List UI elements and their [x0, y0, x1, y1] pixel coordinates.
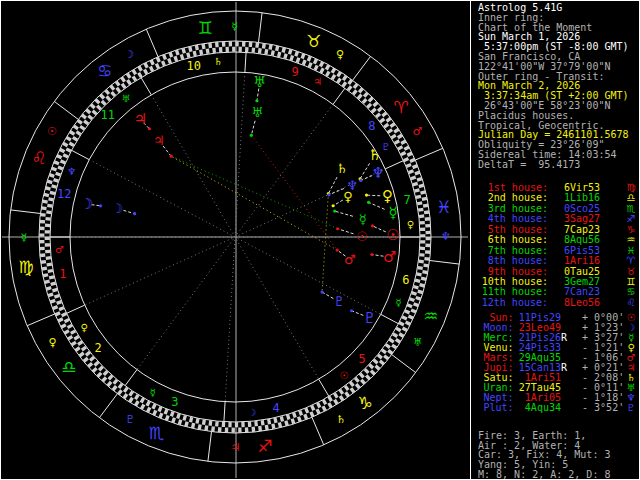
sign-leo-glyph: ♌	[32, 148, 47, 168]
sign-boundary-line	[392, 355, 416, 373]
house-12-number: 12	[57, 187, 71, 201]
sign-boundary-line	[99, 394, 117, 418]
mars-pointer-outer	[372, 255, 384, 257]
house-band-cusp-line	[319, 379, 329, 396]
mars-glyph-outer: ♂	[383, 248, 396, 266]
venus-glyph-outer: ♀	[382, 187, 393, 205]
sign-boundary-line	[312, 417, 324, 445]
sign-cancer-ruler-icon: ☽	[124, 48, 134, 61]
aspect-line-uranus-mars	[251, 135, 337, 250]
house-8-number: 8	[368, 119, 375, 133]
house-12-ruler-icon: ♆	[67, 166, 76, 177]
neptune-pointer-inner	[329, 189, 344, 195]
sign-scorpio-glyph: ♏	[149, 423, 164, 443]
house-6-ruler-icon: ☿	[395, 297, 401, 308]
sun-position-dot-outer	[371, 224, 374, 227]
mercury-position-dot	[333, 210, 336, 213]
astrolog-window: { "palette": { "white":"#ffffff", "gray"…	[0, 0, 640, 480]
house-10-number: 10	[187, 59, 201, 73]
sign-libra-ruler-icon: ♀	[48, 336, 56, 349]
house-7-ruler-icon: ♀	[407, 219, 414, 230]
house-11-number: 11	[101, 108, 115, 122]
sign-sagittarius-ruler-icon: ♃	[230, 441, 240, 454]
sign-scorpio-ruler-icon: ♇	[125, 413, 135, 426]
house-5-number: 5	[359, 352, 366, 366]
planet-icon: ♇	[624, 403, 638, 413]
house-5-ruler-icon: ☉	[340, 370, 349, 381]
house-7-number: 7	[403, 193, 410, 207]
sun-position-dot	[336, 227, 339, 230]
house-band-cusp-line	[245, 52, 246, 72]
sign-aquarius-glyph: ♒	[423, 306, 438, 326]
sign-boundary-line	[208, 432, 212, 462]
moon-glyph-inner: ☽	[112, 201, 124, 216]
house-band-cusp-line	[72, 150, 90, 159]
saturn-glyph-outer: ♄	[368, 146, 381, 164]
house-4-number: 4	[273, 401, 280, 415]
neptune-position-dot	[327, 193, 330, 196]
house-1-number: 1	[59, 267, 66, 281]
sign-boundary-line	[258, 13, 262, 43]
mercury-glyph-inner: ☿	[359, 212, 367, 227]
sign-leo-ruler-icon: ☉	[47, 125, 57, 138]
sign-boundary-line	[415, 148, 443, 160]
neptune-glyph-outer: ♆	[372, 164, 385, 182]
neptune-pointer-outer	[361, 176, 372, 181]
house-band-cusp-line	[67, 305, 85, 313]
jupiter-position-dot-outer	[148, 127, 151, 130]
house-10-ruler-icon: ♄	[214, 56, 223, 67]
mercury-pointer-inner	[335, 211, 353, 216]
uranus-glyph-outer: ♅	[253, 73, 266, 91]
house-2-ruler-icon: ♀	[80, 322, 87, 333]
mercury-position-dot-outer	[367, 201, 370, 204]
wheel-svg: ♈♂♉♀♊☿♋☽♌☉♍☿♎♀♏♇♐♃♑♄♒♅♓♆1♂2♀3☿4☽5☉6☿7♀8♇…	[0, 0, 470, 480]
sign-boundary-line	[11, 210, 41, 214]
house-4-ruler-icon: ☽	[247, 407, 256, 418]
pluto-glyph-outer: ♇	[363, 309, 376, 327]
house-sign-icon: ♌	[624, 298, 638, 308]
house-band-cusp-line	[381, 314, 399, 323]
sign-aquarius-ruler-icon: ♅	[413, 336, 423, 349]
house-band-cusp-line	[125, 370, 137, 386]
uranus-glyph-inner: ♅	[251, 105, 263, 120]
house-band-cusp-line	[224, 402, 225, 422]
header-line-17: DeltaT = 95.4173	[478, 160, 638, 170]
sign-cancer-glyph: ♋	[97, 61, 112, 81]
sign-aries-glyph: ♈	[393, 97, 408, 117]
sign-libra-glyph: ♎	[61, 357, 76, 377]
jupiter-position-dot	[170, 155, 173, 158]
sign-boundary-line	[27, 314, 55, 326]
sign-boundary-line	[430, 260, 460, 264]
aspect-line-saturn-pluto	[322, 194, 328, 293]
aspect-line-sun-jupiter	[171, 156, 338, 229]
house-row-8: 8th house:1Ari16♈	[478, 256, 638, 266]
house-3-ruler-icon: ☿	[149, 387, 155, 398]
sign-taurus-glyph: ♉	[306, 31, 321, 51]
house-band-cusp-line	[333, 88, 345, 104]
sign-boundary-line	[54, 101, 78, 119]
pluto-position-dot-outer	[350, 309, 353, 312]
moon-position-dot	[133, 212, 136, 215]
uranus-position-dot	[250, 134, 253, 137]
house-1-ruler-icon: ♂	[55, 244, 64, 255]
pluto-position-dot	[320, 290, 323, 293]
venus-pointer-outer	[366, 195, 380, 196]
saturn-pointer-inner	[328, 177, 337, 193]
house-9-ruler-icon: ♃	[313, 76, 322, 87]
pluto-glyph-inner: ♇	[334, 294, 346, 309]
chart-header-block: Astrolog 5.41GInner ring:Chart of the Mo…	[478, 3, 638, 170]
sun-glyph-outer: ☉	[386, 226, 399, 244]
house-2-number: 2	[95, 341, 102, 355]
sign-gemini-ruler-icon: ☿	[231, 20, 238, 33]
aspect-line-mars-jupiter	[171, 156, 337, 250]
house-3-number: 3	[171, 395, 178, 409]
sun-glyph-inner: ☉	[356, 229, 368, 244]
pluto-pointer-outer	[352, 311, 364, 316]
sign-virgo-glyph: ♍	[18, 257, 33, 277]
sign-gemini-glyph: ♊	[198, 18, 213, 38]
moon-pointer-inner	[123, 210, 134, 213]
uranus-pointer-inner	[251, 121, 255, 136]
element-stats-block: Fire: 3, Earth: 1,Air : 2, Water: 4Car: …	[478, 431, 638, 479]
chart-wheel: ♈♂♉♀♊☿♋☽♌☉♍☿♎♀♏♇♐♃♑♄♒♅♓♆1♂2♀3☿4☽5☉6☿7♀8♇…	[0, 0, 470, 480]
venus-position-dot	[332, 204, 335, 207]
